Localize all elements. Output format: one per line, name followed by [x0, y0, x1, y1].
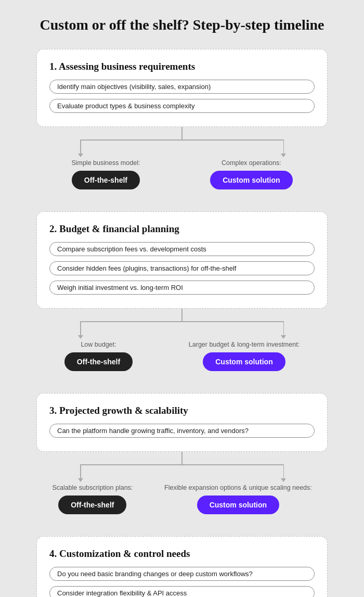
off-the-shelf-btn-3[interactable]: Off-the-shelf	[58, 496, 126, 514]
right-label-2: Larger budget & long-term investment:	[189, 341, 300, 348]
off-the-shelf-btn-1[interactable]: Off-the-shelf	[72, 171, 140, 189]
custom-solution-btn-2[interactable]: Custom solution	[203, 352, 285, 371]
step-title-1: 1. Assessing business requirements	[49, 61, 315, 72]
section-step2: 2. Budget & financial planningCompare su…	[21, 211, 343, 383]
step-card-4: 4. Customization & control needsDo you n…	[36, 536, 328, 597]
left-branch-2: Low budget:Off-the-shelf	[64, 341, 133, 371]
step-1-pill-2: Evaluate product types & business comple…	[49, 99, 315, 113]
step-1-pill-1: Identify main objectives (visibility, sa…	[49, 80, 315, 94]
left-label-1: Simple business model:	[71, 159, 140, 167]
left-label-3: Scalable subscription plans:	[52, 484, 133, 491]
custom-solution-btn-3[interactable]: Custom solution	[197, 496, 279, 514]
right-label-1: Complex operations:	[222, 159, 281, 167]
step-title-4: 4. Customization & control needs	[49, 548, 315, 560]
step-4-pill-1: Do you need basic branding changes or de…	[49, 567, 315, 581]
step-title-3: 3. Projected growth & scalability	[49, 405, 315, 416]
step-card-2: 2. Budget & financial planningCompare su…	[36, 211, 328, 309]
right-label-3: Flexible expansion options & unique scal…	[164, 484, 312, 491]
step-4-pill-2: Consider integration flexibility & API a…	[49, 586, 315, 597]
step-card-1: 1. Assessing business requirementsIdenti…	[36, 49, 328, 127]
step-2-pill-1: Compare subscription fees vs. developmen…	[49, 242, 315, 256]
page-title: Custom or off the shelf? Step-by-step ti…	[40, 16, 324, 34]
custom-solution-btn-1[interactable]: Custom solution	[210, 171, 292, 189]
left-branch-1: Simple business model:Off-the-shelf	[71, 159, 140, 189]
right-branch-3: Flexible expansion options & unique scal…	[164, 484, 312, 514]
step-2-pill-3: Weigh initial investment vs. long-term R…	[49, 281, 315, 295]
section-step3: 3. Projected growth & scalabilityCan the…	[21, 393, 343, 526]
step-2-pill-2: Consider hidden fees (plugins, transacti…	[49, 261, 315, 275]
step-title-2: 2. Budget & financial planning	[49, 223, 315, 235]
step-3-pill-1: Can the platform handle growing traffic,…	[49, 424, 315, 438]
left-label-2: Low budget:	[81, 341, 116, 348]
section-step1: 1. Assessing business requirementsIdenti…	[21, 49, 343, 201]
off-the-shelf-btn-2[interactable]: Off-the-shelf	[64, 352, 133, 371]
right-branch-1: Complex operations:Custom solution	[210, 159, 292, 189]
step-card-3: 3. Projected growth & scalabilityCan the…	[36, 393, 328, 452]
section-step4: 4. Customization & control needsDo you n…	[21, 536, 343, 597]
left-branch-3: Scalable subscription plans:Off-the-shel…	[52, 484, 133, 514]
right-branch-2: Larger budget & long-term investment:Cus…	[189, 341, 300, 371]
